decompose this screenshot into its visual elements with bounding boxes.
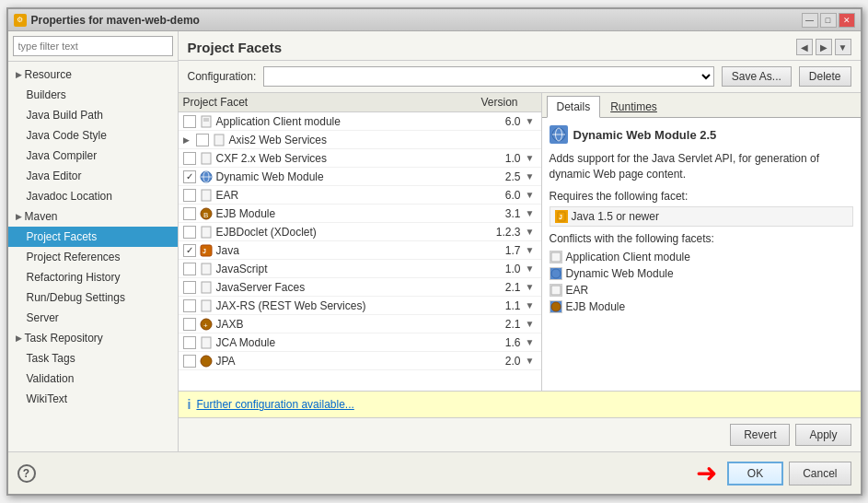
sidebar-item-wikitext[interactable]: WikiText bbox=[8, 389, 178, 409]
delete-button[interactable]: Delete bbox=[799, 66, 851, 87]
nav-back-button[interactable]: ◀ bbox=[796, 39, 813, 55]
save-as-button[interactable]: Save As... bbox=[722, 66, 792, 87]
facet-checkbox[interactable] bbox=[183, 281, 196, 294]
svg-rect-14 bbox=[202, 263, 211, 275]
sidebar-item-server[interactable]: Server bbox=[8, 308, 178, 328]
main-title: Project Facets bbox=[188, 40, 283, 55]
facet-checkbox[interactable] bbox=[183, 318, 196, 331]
sidebar-label: Server bbox=[27, 310, 59, 326]
sidebar-item-resource[interactable]: ▶ Resource bbox=[8, 64, 178, 85]
sidebar-label: Validation bbox=[27, 370, 75, 387]
footer: Revert Apply bbox=[179, 417, 861, 451]
sidebar-item-refactoring[interactable]: Refactoring History bbox=[8, 267, 178, 287]
close-button[interactable]: ✕ bbox=[839, 13, 855, 28]
facets-scroll[interactable]: Application Client module 6.0 ▼ ▶ Axis2 … bbox=[179, 112, 541, 391]
table-row[interactable]: ✓ Dynamic Web Module 2.5 ▼ bbox=[179, 168, 541, 186]
sidebar-item-run-debug[interactable]: Run/Debug Settings bbox=[8, 287, 178, 308]
apply-button[interactable]: Apply bbox=[795, 424, 851, 446]
facet-checkbox[interactable] bbox=[183, 115, 196, 128]
svg-text:+: + bbox=[203, 322, 208, 330]
facet-dropdown-arrow[interactable]: ▼ bbox=[526, 300, 537, 310]
facet-dropdown-arrow[interactable]: ▼ bbox=[526, 190, 537, 200]
sidebar-item-java-code-style[interactable]: Java Code Style bbox=[8, 125, 178, 146]
table-row[interactable]: JCA Module 1.6 ▼ bbox=[179, 333, 541, 352]
facet-checkbox[interactable] bbox=[183, 152, 196, 165]
facet-version: 2.0 bbox=[466, 355, 521, 368]
cancel-button[interactable]: Cancel bbox=[789, 462, 851, 485]
table-row[interactable]: JavaScript 1.0 ▼ bbox=[179, 260, 541, 278]
sidebar: ▶ Resource Builders Java Build Path Java… bbox=[8, 31, 179, 451]
further-config-link[interactable]: Further configuration available... bbox=[196, 398, 353, 411]
sidebar-item-maven[interactable]: ▶ Maven bbox=[8, 206, 178, 227]
table-row[interactable]: ✓ J Java 1.7 ▼ bbox=[179, 241, 541, 260]
facet-doc-icon bbox=[213, 134, 226, 146]
svg-rect-26 bbox=[551, 252, 561, 262]
sidebar-label: WikiText bbox=[27, 391, 68, 407]
facet-version: 1.0 bbox=[466, 263, 521, 275]
module-title: Dynamic Web Module 2.5 bbox=[573, 128, 717, 142]
window-icon: ⚙ bbox=[14, 14, 27, 27]
table-row[interactable]: + JAXB 2.1 ▼ bbox=[179, 315, 541, 333]
conflict-name: Dynamic Web Module bbox=[566, 267, 674, 280]
facet-dropdown-arrow[interactable]: ▼ bbox=[526, 263, 537, 274]
help-button[interactable]: ? bbox=[17, 464, 36, 483]
facet-dropdown-arrow[interactable]: ▼ bbox=[526, 171, 537, 181]
facet-dropdown-arrow[interactable]: ▼ bbox=[526, 319, 537, 329]
facet-dropdown-arrow[interactable]: ▼ bbox=[526, 245, 537, 255]
revert-button[interactable]: Revert bbox=[730, 424, 790, 446]
sidebar-item-builders[interactable]: Builders bbox=[8, 85, 178, 105]
sidebar-item-validation[interactable]: Validation bbox=[8, 368, 178, 389]
sidebar-item-project-references[interactable]: Project References bbox=[8, 247, 178, 267]
sidebar-item-task-tags[interactable]: Task Tags bbox=[8, 348, 178, 368]
facet-checkbox[interactable]: ✓ bbox=[183, 244, 196, 257]
table-row[interactable]: EJBDoclet (XDoclet) 1.2.3 ▼ bbox=[179, 223, 541, 241]
bottom-info-bar: i Further configuration available... bbox=[179, 391, 861, 417]
tab-details[interactable]: Details bbox=[547, 96, 601, 118]
table-row[interactable]: Application Client module 6.0 ▼ bbox=[179, 112, 541, 131]
ok-button[interactable]: OK bbox=[727, 462, 783, 485]
facet-checkbox[interactable]: ✓ bbox=[183, 170, 196, 183]
facet-checkbox[interactable] bbox=[183, 263, 196, 275]
table-row[interactable]: ▶ Axis2 Web Services bbox=[179, 131, 541, 149]
table-row[interactable]: JavaServer Faces 2.1 ▼ bbox=[179, 278, 541, 297]
filter-input[interactable] bbox=[13, 36, 173, 56]
nav-forward-button[interactable]: ▶ bbox=[816, 39, 832, 55]
nav-dropdown-button[interactable]: ▼ bbox=[835, 39, 851, 55]
facet-dropdown-arrow[interactable]: ▼ bbox=[526, 356, 537, 366]
facet-dropdown-arrow[interactable]: ▼ bbox=[526, 337, 537, 347]
facet-dropdown-arrow[interactable]: ▼ bbox=[526, 227, 537, 237]
facet-checkbox[interactable] bbox=[183, 207, 196, 220]
tab-runtimes[interactable]: Runtimes bbox=[600, 96, 667, 117]
facet-checkbox[interactable] bbox=[183, 336, 196, 349]
facet-dropdown-arrow[interactable]: ▼ bbox=[526, 116, 537, 126]
sidebar-item-java-editor[interactable]: Java Editor bbox=[8, 166, 178, 186]
sidebar-item-project-facets[interactable]: Project Facets bbox=[8, 227, 178, 247]
sidebar-item-java-compiler[interactable]: Java Compiler bbox=[8, 146, 178, 166]
facet-checkbox[interactable] bbox=[183, 299, 196, 312]
table-row[interactable]: EAR 6.0 ▼ bbox=[179, 186, 541, 205]
col-project-facet: Project Facet bbox=[183, 96, 463, 109]
sidebar-item-java-build-path[interactable]: Java Build Path bbox=[8, 105, 178, 125]
sidebar-item-javadoc[interactable]: Javadoc Location bbox=[8, 186, 178, 206]
table-row[interactable]: CXF 2.x Web Services 1.0 ▼ bbox=[179, 149, 541, 168]
sidebar-item-task-repository[interactable]: ▶ Task Repository bbox=[8, 328, 178, 348]
facet-dropdown-arrow[interactable]: ▼ bbox=[526, 282, 537, 292]
sidebar-label: Project Facets bbox=[27, 228, 98, 245]
maximize-button[interactable]: □ bbox=[820, 13, 837, 28]
facet-checkbox[interactable] bbox=[183, 226, 196, 239]
module-description: Adds support for the Java Servlet API, f… bbox=[550, 151, 853, 182]
facet-dropdown-arrow[interactable]: ▼ bbox=[526, 153, 537, 163]
conflict-globe-icon bbox=[550, 267, 562, 280]
facet-checkbox[interactable] bbox=[196, 134, 209, 146]
table-row[interactable]: JPA 2.0 ▼ bbox=[179, 352, 541, 370]
facets-table-header: Project Facet Version bbox=[179, 93, 541, 112]
facet-checkbox[interactable] bbox=[183, 189, 196, 202]
table-row[interactable]: JAX-RS (REST Web Services) 1.1 ▼ bbox=[179, 297, 541, 315]
facet-version: 1.7 bbox=[466, 244, 521, 257]
table-row[interactable]: B EJB Module 3.1 ▼ bbox=[179, 205, 541, 223]
facet-checkbox[interactable] bbox=[183, 355, 196, 368]
minimize-button[interactable]: — bbox=[802, 13, 818, 28]
facet-dropdown-arrow[interactable]: ▼ bbox=[526, 208, 537, 218]
sidebar-label: Maven bbox=[25, 208, 58, 225]
config-select[interactable] bbox=[263, 66, 714, 87]
